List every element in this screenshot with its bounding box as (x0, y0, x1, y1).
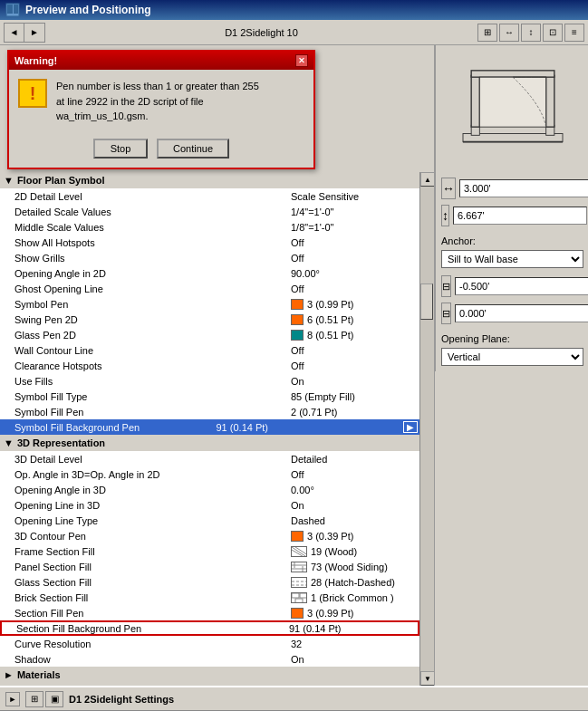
toolbar: ◄ ► D1 2Sidelight 10 ⊞ ↔ ↕ ⊡ ≡ (0, 20, 588, 45)
table-row[interactable]: Clearance Hotspots Off (0, 358, 419, 373)
table-row[interactable]: Shadow On (0, 651, 419, 667)
svg-line-6 (292, 550, 305, 557)
nav-prev-btn[interactable]: ◄ (5, 24, 24, 42)
right-panel: ↔ ↕ Anchor: Sill to Wall base ⊟ ⊟ (435, 172, 588, 371)
properties-area: ▼ Floor Plan Symbol 2D Detail Level Scal… (0, 172, 434, 686)
opening-plane-label: Opening Plane: (441, 333, 583, 344)
table-row[interactable]: 3D Contour Pen 3 (0.39 Pt) (0, 528, 419, 543)
svg-rect-14 (292, 593, 299, 598)
height-input[interactable] (453, 207, 587, 225)
rep3d-section-header[interactable]: ▼ 3D Representation (0, 435, 419, 451)
props-list: 2D Detail Level Scale Sensitive Detailed… (0, 188, 419, 686)
color-swatch (291, 299, 304, 310)
warning-text: Pen number is less than 1 or greater tha… (56, 79, 259, 124)
anchor-select[interactable]: Sill to Wall base (441, 250, 583, 268)
table-row[interactable]: Middle Scale Values 1/8"=1'-0" (0, 219, 419, 235)
color-swatch (291, 314, 304, 325)
height-row: ↕ (441, 205, 583, 226)
table-row[interactable]: Opening Angle in 2D 90.00° (0, 265, 419, 281)
table-row[interactable]: Opening Angle in 3D 0.00° (0, 482, 419, 497)
anchor-label: Anchor: (441, 235, 583, 246)
nav-next-btn[interactable]: ► (24, 24, 44, 42)
scroll-down-btn[interactable]: ▼ (420, 671, 434, 686)
table-row[interactable]: Show All Hotspots Off (0, 235, 419, 250)
table-row[interactable]: Ghost Opening Line Off (0, 281, 419, 296)
offset2-row: ⊟ (441, 303, 583, 324)
table-row[interactable]: Opening Line in 3D On (0, 497, 419, 513)
expand-btn[interactable]: ► (5, 692, 20, 706)
warning-dialog: Warning! ✕ ! Pen number is less than 1 o… (7, 50, 315, 169)
table-row[interactable]: Use Fills On (0, 373, 419, 389)
svg-rect-20 (471, 75, 479, 127)
table-row[interactable]: Curve Resolution 32 (0, 636, 419, 651)
color-swatch (291, 531, 304, 542)
table-row[interactable]: Symbol Fill Background Pen 91 (0.14 Pt) … (0, 419, 419, 435)
rep3d-section-label: 3D Representation (17, 437, 105, 448)
scrollbar[interactable]: ▲ ▼ (419, 172, 434, 686)
hatch-swatch (291, 562, 307, 572)
height-icon: ↕ (441, 205, 449, 226)
table-row[interactable]: Show Grills Off (0, 250, 419, 265)
stop-button[interactable]: Stop (93, 139, 148, 159)
scroll-track (420, 187, 434, 671)
warning-close-btn[interactable]: ✕ (295, 54, 308, 67)
materials-section-label: Materials (17, 669, 61, 680)
table-row[interactable]: 3D Detail Level Detailed (0, 451, 419, 466)
door-preview-svg (458, 59, 567, 159)
toolbar-icon-1[interactable]: ⊞ (477, 24, 497, 42)
table-row[interactable]: Wall Contour Line Off (0, 342, 419, 358)
table-row[interactable]: Brick Section Fill (0, 590, 419, 605)
width-row: ↔ (441, 178, 583, 199)
hatch-swatch (291, 577, 307, 588)
warning-title-bar: Warning! ✕ (9, 52, 313, 70)
offset2-input[interactable] (455, 304, 588, 322)
table-row[interactable]: Detailed Scale Values 1/4"=1'-0" (0, 204, 419, 219)
continue-button[interactable]: Continue (157, 139, 229, 159)
bottom-label: D1 2Sidelight Settings (69, 694, 583, 705)
app-icon (5, 3, 20, 17)
toolbar-icon-3[interactable]: ↕ (521, 24, 541, 42)
table-row[interactable]: Panel Section Fill 73 (Wood Siding) (0, 559, 419, 574)
floor-plan-section-header[interactable]: ▼ Floor Plan Symbol (0, 172, 419, 188)
table-row[interactable]: Frame Section Fill 19 (Wood) (0, 543, 419, 559)
toolbar-icons: ⊞ ↔ ↕ ⊡ ≡ (477, 24, 584, 42)
opening-plane-select[interactable]: Vertical (441, 348, 583, 366)
offset-icon: ⊟ (441, 275, 451, 297)
table-row[interactable]: Swing Pen 2D 6 (0.51 Pt) (0, 312, 419, 327)
table-row[interactable]: Glass Pen 2D 8 (0.51 Pt) (0, 327, 419, 342)
warning-buttons: Stop Continue (9, 133, 313, 168)
bottom-icon-1[interactable]: ⊞ (25, 691, 43, 707)
warning-title: Warning! (14, 55, 57, 66)
scroll-up-btn[interactable]: ▲ (420, 172, 434, 187)
table-row[interactable]: Section Fill Background Pen 91 (0.14 Pt) (0, 620, 419, 636)
offset-input[interactable] (455, 277, 588, 295)
table-row[interactable]: Symbol Fill Pen 2 (0.71 Pt) (0, 404, 419, 419)
table-row[interactable]: 2D Detail Level Scale Sensitive (0, 188, 419, 204)
toolbar-icon-2[interactable]: ↔ (499, 24, 519, 42)
toolbar-icon-5[interactable]: ≡ (564, 24, 584, 42)
door-preview (435, 45, 588, 172)
svg-rect-21 (545, 75, 554, 127)
svg-rect-1 (7, 5, 13, 14)
title-bar: Preview and Positioning (0, 0, 588, 20)
materials-section-header[interactable]: ► Materials (0, 667, 419, 683)
hatch-swatch (291, 592, 307, 603)
table-row[interactable]: Op. Angle in 3D=Op. Angle in 2D Off (0, 466, 419, 482)
door-name-label: D1 2Sidelight 10 (49, 27, 474, 38)
offset-row: ⊟ (441, 275, 583, 297)
bottom-icon-2[interactable]: ▣ (45, 691, 63, 707)
nav-group: ◄ ► (4, 23, 45, 43)
table-row[interactable]: Symbol Fill Type 85 (Empty Fill) (0, 389, 419, 404)
table-row[interactable]: Glass Section Fill 28 (Hatch-Dashed) (0, 574, 419, 590)
table-row[interactable]: Opening Line Type Dashed (0, 513, 419, 528)
toolbar-icon-4[interactable]: ⊡ (543, 24, 563, 42)
svg-rect-2 (14, 5, 18, 14)
svg-rect-22 (471, 71, 554, 77)
table-row[interactable]: Symbol Pen 3 (0.99 Pt) (0, 296, 419, 312)
table-row[interactable]: Section Fill Pen 3 (0.99 Pt) (0, 605, 419, 620)
width-input[interactable] (459, 179, 588, 197)
offset2-icon: ⊟ (441, 303, 451, 324)
scroll-thumb[interactable] (420, 283, 433, 320)
width-icon: ↔ (441, 178, 456, 199)
title-text: Preview and Positioning (25, 4, 151, 16)
